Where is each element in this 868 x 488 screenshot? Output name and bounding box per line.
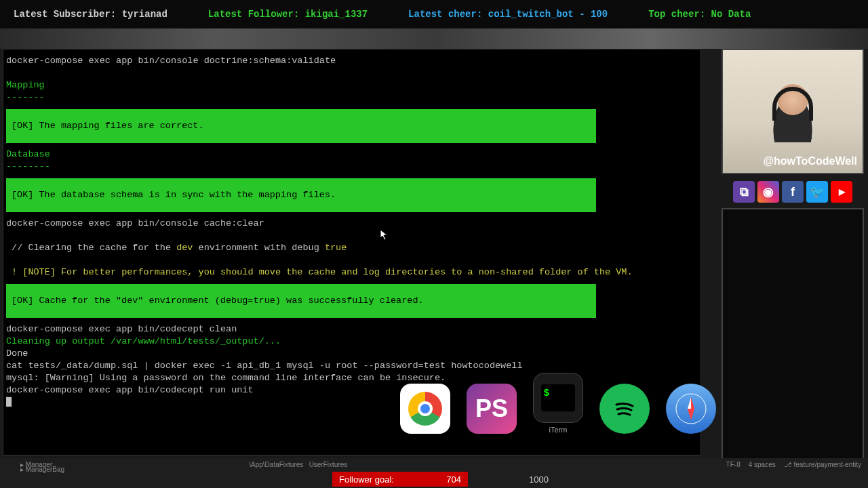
phpstorm-icon: PS [467,384,517,434]
twitch-icon[interactable]: ⧉ [733,181,755,203]
dock-iterm[interactable]: $ iTerm [533,373,583,434]
background-strip [0,28,868,49]
terminal-line: cat tests/_data/dump.sql | docker exec -… [6,360,698,372]
streamer-avatar [766,81,820,142]
ide-tree-item[interactable]: ManagerBag [20,466,64,473]
bottom-bar: Manager \App\DataFixtures UserFixtures T… [0,458,868,488]
webcam-panel: @howToCodeWell [722,49,864,174]
follower-goal-row: Follower goal: 704 1000 [0,470,868,488]
ide-spaces[interactable]: 4 spaces [749,461,776,468]
chrome-icon [408,392,442,426]
note-line: ! [NOTE] For better performances, you sh… [6,266,698,279]
iterm-icon: $ [541,384,575,411]
follower-goal-current: 704 [446,474,461,485]
terminal-line: docker-compose exec app bin/codecept cle… [6,323,698,336]
ok-banner: [OK] Cache for the "dev" environment (de… [6,284,596,318]
social-icons-row: ⧉ ◉ f 🐦 ▶ [722,181,864,203]
streamer-handle: @howToCodeWell [763,155,857,167]
latest-follower: Latest Follower: ikigai_1337 [208,9,368,20]
svg-marker-2 [688,397,691,409]
spotify-icon [599,384,650,434]
dock-safari[interactable] [666,384,716,434]
headphones-icon [772,87,813,121]
youtube-icon[interactable]: ▶ [831,181,852,203]
terminal-line: docker-compose exec app bin/console cach… [6,218,698,230]
follower-goal-total: 1000 [529,474,549,485]
ide-breadcrumb[interactable]: \App\DataFixtures UserFixtures [249,461,347,468]
instagram-icon[interactable]: ◉ [757,181,779,203]
stream-top-bar: Latest Subscriber: tyrianad Latest Follo… [0,0,868,28]
ok-banner: [OK] The database schema is in sync with… [6,178,596,212]
macos-dock[interactable]: PS $ iTerm [400,373,716,434]
ide-branch[interactable]: ⎇ feature/payment-entity [784,461,861,468]
terminal-line: Cleaning up output /var/www/html/tests/_… [6,336,698,348]
latest-subscriber: Latest Subscriber: tyrianad [14,9,167,20]
terminal-line: Done [6,348,698,360]
terminal-line: docker-compose exec app bin/console doct… [6,55,698,67]
dock-chrome[interactable] [400,384,450,434]
safari-icon [666,384,716,434]
section-header: Database [6,148,698,161]
chat-panel [722,208,864,466]
ide-encoding[interactable]: TF-8 [726,461,741,468]
stream-right-column: @howToCodeWell ⧉ ◉ f 🐦 ▶ [722,49,864,466]
ok-banner: [OK] The mapping files are correct. [6,109,596,143]
section-header: Mapping [6,79,698,92]
follower-goal-progress: Follower goal: 704 [332,472,468,487]
terminal-line: // Clearing the cache for the dev enviro… [6,242,698,254]
top-cheer: Top cheer: No Data [648,9,751,20]
ide-status-row: Manager \App\DataFixtures UserFixtures T… [0,458,868,470]
twitter-icon[interactable]: 🐦 [806,181,828,203]
follower-goal-label: Follower goal: [339,474,394,485]
dock-label: iTerm [549,426,568,434]
dock-phpstorm[interactable]: PS [467,384,517,434]
dock-spotify[interactable] [599,384,650,434]
facebook-icon[interactable]: f [782,181,804,203]
latest-cheer: Latest cheer: coil_twitch_bot - 100 [408,9,608,20]
